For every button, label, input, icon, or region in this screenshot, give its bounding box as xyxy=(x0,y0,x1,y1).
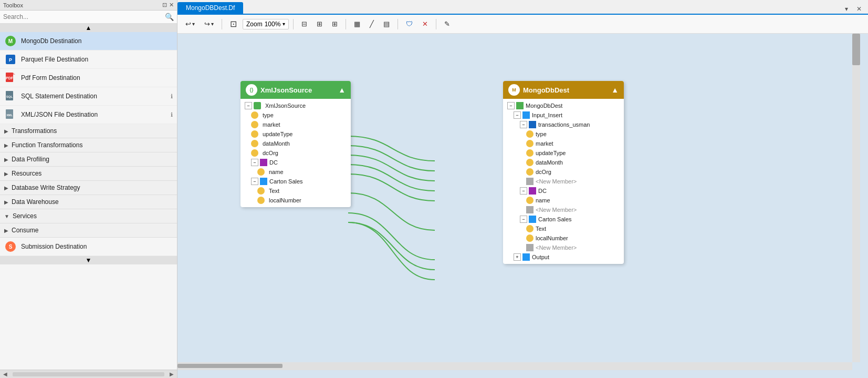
data-view-button[interactable]: ▤ xyxy=(380,18,393,30)
expand-mongodbdest[interactable]: − xyxy=(507,102,515,109)
expand-transactions[interactable]: − xyxy=(520,121,527,128)
section-database-write[interactable]: ▶ Database Write Strategy xyxy=(0,181,177,195)
shield-button[interactable]: 🛡 xyxy=(402,18,416,30)
xmljson-source-header: {} XmlJsonSource ▲ xyxy=(240,81,351,99)
xmljson-collapse-button[interactable]: ▲ xyxy=(338,86,346,94)
canvas-area[interactable]: {} XmlJsonSource ▲ − XmlJsonSourc xyxy=(177,34,868,378)
dc-grid-icon xyxy=(260,159,267,166)
tab-mongodest[interactable]: MongoDBDest.Df xyxy=(177,2,243,14)
node-row: Text xyxy=(503,224,624,233)
field-name: dataMonth xyxy=(263,140,290,147)
expand-dc[interactable]: − xyxy=(251,159,258,166)
section-services[interactable]: ▼ Services xyxy=(0,209,177,223)
submission-label: Submission Destination xyxy=(21,243,173,250)
layout-horizontal-icon: ⊞ xyxy=(317,20,322,28)
search-input[interactable] xyxy=(3,13,165,21)
toolbox-item-xmljson[interactable]: XML XML/JSON File Destination ℹ xyxy=(0,106,177,124)
field-name: market xyxy=(536,140,553,147)
zoom-control[interactable]: Zoom 100% ▾ xyxy=(243,19,289,29)
toolbox-search-bar: 🔍 xyxy=(0,11,177,24)
expand-cartonsales-dest[interactable]: − xyxy=(520,216,527,223)
xmljson-info-icon[interactable]: ℹ xyxy=(171,111,173,118)
minimize-button[interactable]: ▾ xyxy=(842,4,851,14)
mongodb-dest-header: M MongoDbDest ▲ xyxy=(503,81,624,99)
node-row: dcOrg xyxy=(503,167,624,177)
canvas-inner: {} XmlJsonSource ▲ − XmlJsonSourc xyxy=(177,34,860,370)
undo-icon: ↩ xyxy=(185,20,191,28)
search-icon: 🔍 xyxy=(165,13,174,21)
chevron-database-write: ▶ xyxy=(4,185,8,191)
toolbox-item-pdf[interactable]: PDF Pdf Form Destination xyxy=(0,69,177,87)
expand-dc-dest[interactable]: − xyxy=(520,187,527,195)
section-data-profiling[interactable]: ▶ Data Profiling xyxy=(0,152,177,167)
vertical-scrollbar[interactable] xyxy=(852,34,860,362)
scroll-up-button[interactable]: ▲ xyxy=(0,24,177,32)
toolbox-item-parquet[interactable]: P Parquet File Destination xyxy=(0,50,177,69)
node-row: − DC xyxy=(503,186,624,196)
layout-grid-button[interactable]: ⊞ xyxy=(328,18,341,30)
redo-icon: ↪ xyxy=(204,20,210,28)
node-row: + Output xyxy=(503,252,624,262)
expand-xmljsonsource[interactable]: − xyxy=(245,102,252,109)
node-row: market xyxy=(240,120,351,129)
scroll-down-button[interactable]: ▼ xyxy=(0,256,177,264)
field-icon-yellow xyxy=(526,130,534,138)
node-row: − Carton Sales xyxy=(503,214,624,224)
expand-input-insert[interactable]: − xyxy=(514,111,521,119)
section-consume[interactable]: ▶ Consume xyxy=(0,223,177,238)
toolbar: ↩ ▾ ↪ ▾ ⊡ Zoom 100% ▾ xyxy=(177,15,868,34)
node-row: − Carton Sales xyxy=(240,177,351,186)
field-name: Carton Sales xyxy=(538,216,572,222)
xmljson-source-body: − XmlJsonSource type xyxy=(240,99,351,207)
field-icon-new xyxy=(526,244,534,251)
sql-icon: SQL xyxy=(4,90,17,103)
error-button[interactable]: ✕ xyxy=(419,18,432,30)
toolbox-pin-icon[interactable]: ⊡ xyxy=(162,2,167,8)
field-icon-green xyxy=(254,102,261,109)
field-name: DC xyxy=(538,188,547,194)
section-transformations[interactable]: ▶ Transformations xyxy=(0,124,177,138)
section-function-transforms[interactable]: ▶ Function Transformations xyxy=(0,138,177,152)
sql-info-icon[interactable]: ℹ xyxy=(171,93,173,100)
toolbox-close-icon[interactable]: ✕ xyxy=(169,2,174,8)
chevron-transformations: ▶ xyxy=(4,128,8,134)
toolbox-item-sql[interactable]: SQL SQL Statement Destination ℹ xyxy=(0,87,177,106)
mongodb-collapse-button[interactable]: ▲ xyxy=(611,86,619,94)
field-icon-yellow xyxy=(526,197,534,204)
field-name: transactions_usman xyxy=(538,121,590,128)
toolbox-scrollbar[interactable]: ◀ ▶ xyxy=(0,370,177,378)
expand-cartonsales[interactable]: − xyxy=(251,178,258,185)
redo-dropdown-icon[interactable]: ▾ xyxy=(211,21,214,27)
xmljson-source-node[interactable]: {} XmlJsonSource ▲ − XmlJsonSourc xyxy=(240,81,351,207)
undo-dropdown-icon[interactable]: ▾ xyxy=(192,21,195,27)
table-button[interactable]: ▦ xyxy=(350,18,364,30)
field-icon-yellow xyxy=(251,111,258,119)
edit-button[interactable]: ✎ xyxy=(441,18,454,30)
field-icon-yellow xyxy=(251,121,258,128)
redo-button[interactable]: ↪ ▾ xyxy=(201,18,217,30)
zoom-dropdown-icon[interactable]: ▾ xyxy=(283,21,285,27)
section-data-warehouse[interactable]: ▶ Data Warehouse xyxy=(0,195,177,209)
field-name: dcOrg xyxy=(263,150,278,156)
toolbox-item-mongodb[interactable]: M MongoDb Destination xyxy=(0,32,177,50)
separator-2 xyxy=(293,19,294,29)
fit-page-button[interactable]: ⊡ xyxy=(226,17,240,31)
services-label: Services xyxy=(13,212,37,220)
chevron-data-profiling: ▶ xyxy=(4,157,8,162)
draw-line-button[interactable]: ╱ xyxy=(366,18,378,30)
draw-line-icon: ╱ xyxy=(370,20,374,28)
horizontal-scrollbar[interactable] xyxy=(177,362,852,370)
section-resources[interactable]: ▶ Resources xyxy=(0,167,177,181)
toolbox-item-submission[interactable]: S Submission Destination xyxy=(0,238,177,256)
expand-output[interactable]: + xyxy=(514,253,521,261)
layout-vertical-button[interactable]: ⊟ xyxy=(298,18,311,30)
node-row: <New Member> xyxy=(503,243,624,252)
sql-label: SQL Statement Destination xyxy=(21,93,171,100)
layout-horizontal-button[interactable]: ⊞ xyxy=(313,18,326,30)
mongodb-dest-node[interactable]: M MongoDbDest ▲ − MongoDbDest xyxy=(503,81,624,264)
chevron-data-warehouse: ▶ xyxy=(4,199,8,205)
mongodb-dest-title: MongoDbDest xyxy=(523,86,569,94)
field-name: dcOrg xyxy=(536,169,551,175)
undo-button[interactable]: ↩ ▾ xyxy=(182,18,198,30)
close-button[interactable]: ✕ xyxy=(853,4,865,14)
